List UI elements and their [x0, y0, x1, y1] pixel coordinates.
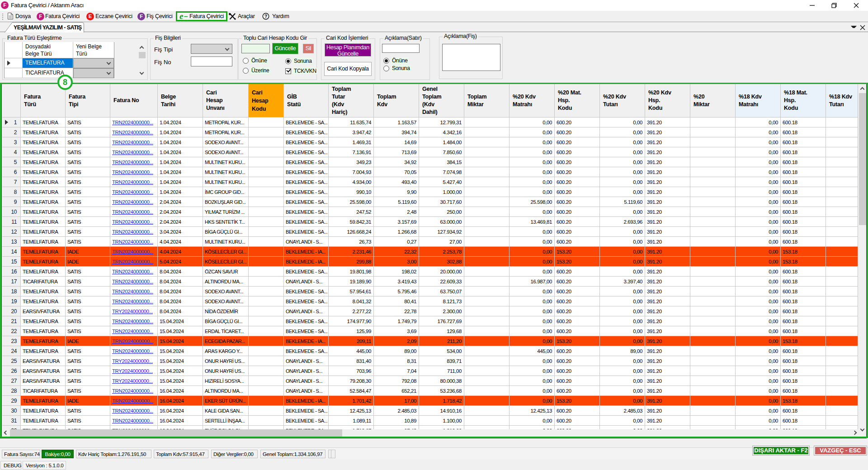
svg-text:?: ?: [264, 14, 267, 19]
